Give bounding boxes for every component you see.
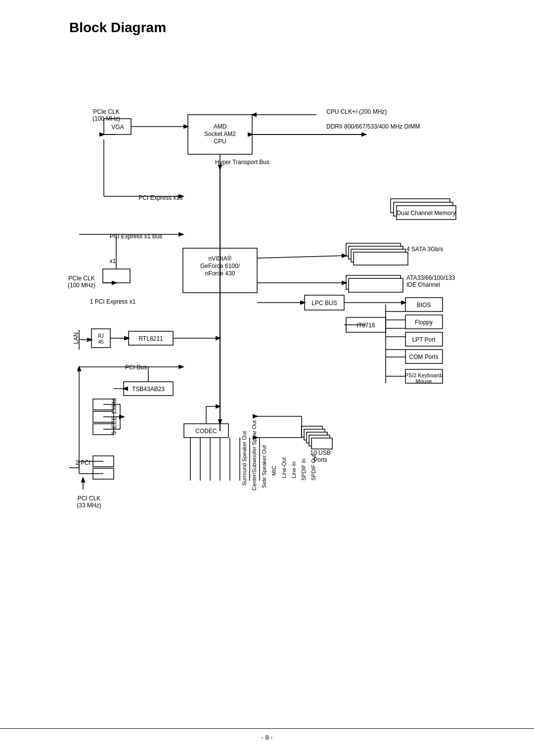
- svg-text:PCI Bus: PCI Bus: [125, 364, 147, 371]
- svg-text:AMD: AMD: [214, 123, 227, 130]
- svg-rect-54: [312, 438, 332, 449]
- page-number: - 8 -: [261, 734, 272, 741]
- svg-text:Side Speaker Out: Side Speaker Out: [261, 445, 267, 488]
- svg-text:2 PCI: 2 PCI: [76, 459, 90, 466]
- svg-rect-14: [103, 269, 130, 283]
- svg-text:VGA: VGA: [111, 124, 124, 131]
- svg-text:(33 MHz): (33 MHz): [77, 502, 101, 509]
- svg-text:PS/2 Keyboard/: PS/2 Keyboard/: [404, 372, 443, 378]
- svg-text:CODEC: CODEC: [195, 428, 217, 435]
- svg-rect-18: [354, 252, 408, 265]
- svg-text:BIOS: BIOS: [417, 302, 431, 309]
- svg-text:PCI CLK: PCI CLK: [78, 495, 101, 502]
- svg-text:Surround Speaker Out: Surround Speaker Out: [241, 431, 247, 486]
- svg-rect-20: [349, 278, 403, 292]
- block-diagram-svg: AMD Socket AM2 CPU VGA Dual Channel Memo…: [30, 55, 504, 718]
- svg-text:1 PCI Express x1: 1 PCI Express x1: [90, 298, 136, 305]
- svg-text:CPU CLK+/-(200 MHz): CPU CLK+/-(200 MHz): [326, 108, 387, 115]
- page-footer: - 8 -: [0, 728, 534, 741]
- svg-text:IDE Channel: IDE Channel: [406, 281, 440, 288]
- svg-text:4 SATA 3Gb/s: 4 SATA 3Gb/s: [406, 246, 443, 253]
- svg-text:Floppy: Floppy: [415, 319, 433, 326]
- svg-text:(100 MHz): (100 MHz): [68, 282, 95, 289]
- svg-text:Socket AM2: Socket AM2: [204, 131, 236, 137]
- svg-text:(100 MHz): (100 MHz): [92, 115, 120, 122]
- svg-text:CPU: CPU: [214, 138, 226, 145]
- svg-text:LAN: LAN: [73, 332, 80, 344]
- svg-text:IT8716: IT8716: [356, 322, 375, 329]
- svg-text:LPC BUS: LPC BUS: [312, 300, 337, 307]
- svg-text:Line-Out: Line-Out: [281, 457, 287, 478]
- svg-text:Mouse: Mouse: [415, 378, 432, 384]
- svg-text:RTL8211: RTL8211: [138, 335, 163, 342]
- svg-line-99: [257, 256, 346, 258]
- svg-text:LPT Port: LPT Port: [412, 336, 436, 343]
- diagram-area: AMD Socket AM2 CPU VGA Dual Channel Memo…: [30, 55, 504, 718]
- svg-text:PCIe CLK: PCIe CLK: [68, 275, 94, 282]
- page-container: Block Diagram AMD Socket AM2 CPU VGA Dua…: [0, 0, 534, 756]
- svg-text:PCI Express x1 Bus: PCI Express x1 Bus: [110, 233, 163, 240]
- svg-text:45: 45: [98, 339, 104, 345]
- svg-text:PCI Express x16: PCI Express x16: [138, 194, 183, 201]
- svg-text:Hyper Transport Bus: Hyper Transport Bus: [215, 159, 269, 166]
- svg-text:RJ: RJ: [98, 333, 104, 339]
- svg-text:COM Ports: COM Ports: [409, 354, 438, 360]
- svg-text:Line-In: Line-In: [291, 461, 297, 478]
- svg-text:PCIe CLK: PCIe CLK: [93, 108, 119, 115]
- svg-text:DDRII 800/667/533/400 MHz DIMM: DDRII 800/667/533/400 MHz DIMM: [326, 123, 420, 130]
- page-title: Block Diagram: [69, 20, 504, 36]
- svg-text:ATA33/66/100/133: ATA33/66/100/133: [406, 274, 455, 281]
- svg-text:x1: x1: [110, 258, 116, 265]
- svg-text:Dual Channel Memory: Dual Channel Memory: [397, 210, 455, 217]
- svg-text:SPDIF Out: SPDIF Out: [311, 454, 316, 481]
- svg-text:Center/Subwoofer Spear Out: Center/Subwoofer Spear Out: [251, 420, 257, 490]
- svg-text:TSB43AB23: TSB43AB23: [132, 386, 165, 393]
- svg-text:MIC: MIC: [271, 466, 277, 476]
- svg-text:SPDIF In: SPDIF In: [301, 458, 307, 481]
